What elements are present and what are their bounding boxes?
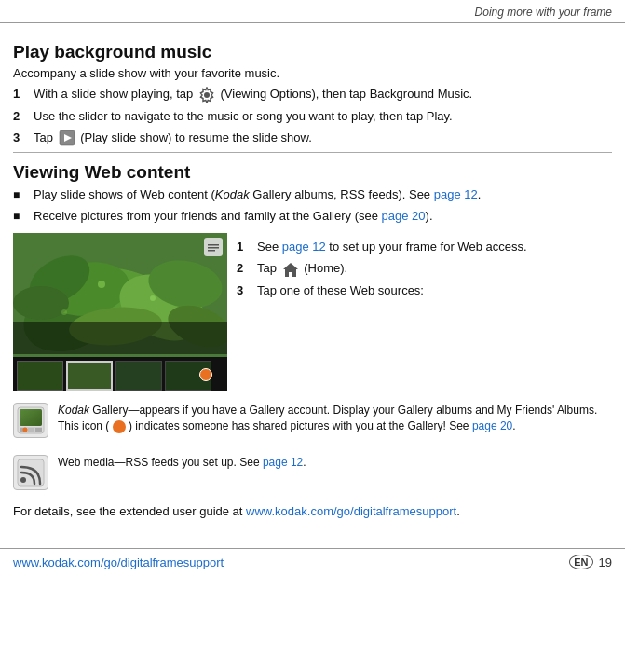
rss-icon — [13, 455, 48, 490]
svg-rect-19 — [208, 247, 219, 249]
svg-point-13 — [98, 281, 105, 288]
play-music-heading: Play background music — [13, 42, 612, 62]
bullet-item-1: ■ Play slide shows of Web content (Kodak… — [13, 186, 612, 204]
note-gallery: Kodak Gallery—appears if you have a Gall… — [13, 399, 612, 442]
svg-point-15 — [61, 309, 67, 315]
svg-rect-27 — [28, 428, 34, 432]
svg-marker-21 — [283, 263, 298, 277]
play-music-step-2: 2 Use the slider to navigate to the musi… — [13, 108, 612, 125]
play-music-intro: Accompany a slide show with your favorit… — [13, 66, 612, 80]
gallery-icon — [13, 403, 48, 438]
web-step-1: 1 See page 12 to set up your frame for W… — [237, 239, 612, 255]
svg-rect-20 — [208, 250, 215, 252]
note-rss-text: Web media—RSS feeds you set up. See page… — [58, 455, 306, 471]
link-page12-3[interactable]: page 12 — [263, 456, 303, 469]
svg-point-31 — [20, 477, 26, 483]
link-page12-2[interactable]: page 12 — [282, 240, 326, 254]
note-rss: Web media—RSS feeds you set up. See page… — [13, 451, 612, 494]
thumb-1 — [17, 361, 63, 391]
svg-rect-28 — [35, 428, 42, 432]
svg-point-0 — [204, 92, 210, 98]
page-footer: www.kodak.com/go/digitalframesupport EN … — [0, 548, 625, 575]
svg-rect-16 — [13, 322, 227, 354]
thumb-2-active — [66, 361, 113, 391]
link-kodak-support[interactable]: www.kodak.com/go/digitalframesupport — [246, 504, 456, 518]
notification-badge — [199, 368, 212, 381]
thumb-3 — [115, 361, 162, 391]
web-content-heading: Viewing Web content — [13, 162, 612, 183]
web-image — [13, 233, 227, 391]
page-number: 19 — [599, 555, 612, 569]
home-icon — [282, 261, 299, 278]
plant-image-svg — [13, 233, 227, 354]
footer-url[interactable]: www.kodak.com/go/digitalframesupport — [13, 555, 224, 569]
footer-note: For details, see the extended user guide… — [13, 503, 612, 520]
note-gallery-text: Kodak Gallery—appears if you have a Gall… — [58, 403, 612, 435]
svg-point-29 — [23, 428, 28, 432]
main-content: Play background music Accompany a slide … — [0, 31, 625, 539]
footer-page-info: EN 19 — [569, 555, 612, 569]
bullet-item-2: ■ Receive pictures from your friends and… — [13, 208, 612, 226]
bullet-2-icon: ■ — [13, 209, 30, 225]
svg-point-11 — [13, 286, 69, 320]
thumbnail-bar — [13, 357, 227, 391]
bullet-1-icon: ■ — [13, 187, 30, 203]
page-header: Doing more with your frame — [0, 0, 625, 23]
gear-icon — [198, 87, 215, 103]
link-page12-1[interactable]: page 12 — [434, 187, 478, 201]
play-music-steps: 1 With a slide show playing, tap (Viewin… — [13, 86, 612, 146]
play-slideshow-icon — [59, 130, 75, 146]
web-content-layout: 1 See page 12 to set up your frame for W… — [13, 233, 612, 391]
web-step-2: 2 Tap (Home). — [237, 260, 612, 278]
orange-circle-icon — [113, 420, 126, 433]
svg-rect-18 — [208, 244, 219, 246]
en-badge: EN — [569, 555, 592, 569]
svg-point-14 — [150, 295, 156, 301]
right-steps: 1 See page 12 to set up your frame for W… — [237, 233, 612, 391]
web-step-3: 3 Tap one of these Web sources: — [237, 282, 612, 299]
section-divider — [13, 152, 612, 153]
svg-rect-24 — [20, 409, 42, 426]
link-page20-1[interactable]: page 20 — [382, 209, 426, 223]
link-page20-2[interactable]: page 20 — [472, 419, 512, 432]
header-title: Doing more with your frame — [475, 6, 612, 19]
play-music-step-3: 3 Tap (Play slide show) to resume the sl… — [13, 130, 612, 147]
web-content-bullets: ■ Play slide shows of Web content (Kodak… — [13, 186, 612, 226]
play-music-step-1: 1 With a slide show playing, tap (Viewin… — [13, 86, 612, 103]
